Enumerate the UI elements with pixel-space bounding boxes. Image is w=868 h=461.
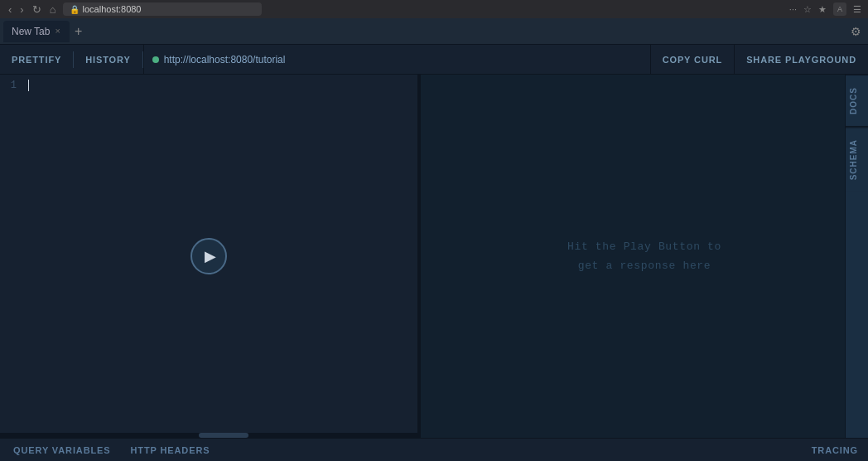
browser-bookmark-button[interactable]: ☆ [803,4,812,15]
line-number-1: 1 [0,80,23,91]
browser-avatar: A [833,2,846,16]
browser-star-button[interactable]: ★ [818,4,827,15]
response-hint-line2: get a response here [567,256,721,275]
toolbar: PRETTIFY HISTORY http://localhost:8080/t… [0,45,868,75]
tab-close-button[interactable]: × [55,27,60,36]
history-button[interactable]: HISTORY [74,45,142,75]
response-hint: Hit the Play Button to get a response he… [567,237,721,276]
tab-bar: New Tab × + ⚙ [0,18,868,45]
tracing-button[interactable]: TRACING [812,445,858,455]
http-headers-tab[interactable]: HTTP HEADERS [128,445,214,455]
play-button[interactable]: ▶ [190,238,227,274]
toolbar-right: COPY CURL SHARE PLAYGROUND [650,45,868,75]
tab-label: New Tab [12,26,50,37]
editor-scrollbar-thumb[interactable] [199,433,248,438]
nav-reload-button[interactable]: ↻ [31,3,43,16]
editor-panel: 1 ▶ [0,75,421,438]
editor-scrollbar[interactable] [0,433,417,438]
schema-tab[interactable]: SCHEMA [846,127,868,192]
docs-tab[interactable]: DOCS [846,75,868,127]
browser-actions: ··· ☆ ★ A ☰ [789,2,861,16]
new-tab-button[interactable]: + [70,21,87,42]
nav-forward-button[interactable]: › [18,3,25,16]
browser-menu-button[interactable]: ☰ [853,4,861,15]
lock-icon: 🔒 [70,5,80,14]
url-text: http://localhost:8080/tutorial [164,54,642,66]
address-bar[interactable]: 🔒 localhost:8080 [63,2,262,16]
editor-cursor [28,80,29,91]
prettify-button[interactable]: PRETTIFY [0,45,73,75]
main-area: 1 ▶ Hit the Play Button to get a respons… [0,75,868,438]
settings-button[interactable]: ⚙ [847,22,865,41]
address-text: localhost:8080 [83,4,142,14]
nav-back-button[interactable]: ‹ [7,3,13,16]
share-playground-button[interactable]: SHARE PLAYGROUND [734,45,868,75]
play-icon: ▶ [205,247,216,265]
side-tabs: DOCS SCHEMA [845,75,868,438]
browser-chrome: ‹ › ↻ ⌂ 🔒 localhost:8080 ··· ☆ ★ A ☰ [0,0,868,18]
bottom-bar: QUERY VARIABLES HTTP HEADERS TRACING [0,438,868,461]
browser-more-button[interactable]: ··· [789,4,797,14]
copy-curl-button[interactable]: COPY CURL [650,45,735,75]
active-tab[interactable]: New Tab × [3,21,70,42]
response-hint-line1: Hit the Play Button to [567,237,721,256]
url-status-dot [152,56,159,63]
query-variables-tab[interactable]: QUERY VARIABLES [10,445,114,455]
url-bar[interactable]: http://localhost:8080/tutorial [143,45,650,75]
nav-home-button[interactable]: ⌂ [48,3,58,16]
response-panel: Hit the Play Button to get a response he… [421,75,868,438]
